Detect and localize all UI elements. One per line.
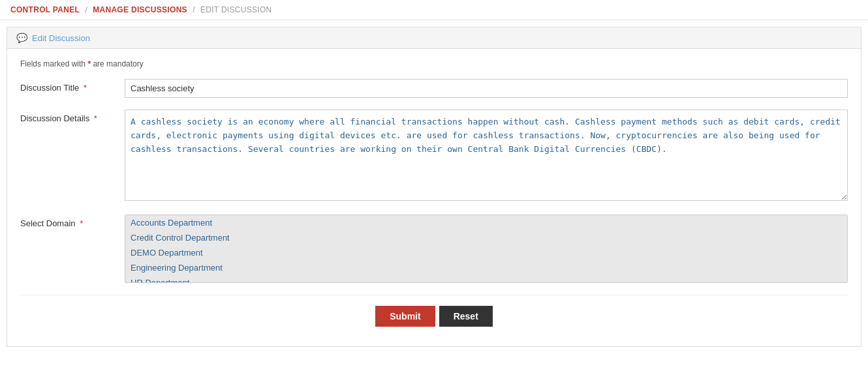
- breadcrumb-manage-discussions[interactable]: MANAGE DISCUSSIONS: [93, 5, 187, 14]
- discussion-title-input[interactable]: [125, 79, 848, 98]
- discussion-details-label: Discussion Details *: [20, 110, 125, 123]
- discussion-title-wrap: [125, 79, 848, 98]
- breadcrumb-current: EDIT DISCUSSION: [200, 5, 272, 14]
- discussion-details-row: Discussion Details *: [20, 110, 848, 203]
- select-domain-row: Select Domain * Accounts DepartmentCredi…: [20, 215, 848, 283]
- button-row: Submit Reset: [20, 295, 848, 333]
- mandatory-note: Fields marked with * are mandatory: [20, 59, 848, 68]
- panel-title: Edit Discussion: [32, 33, 90, 43]
- discussion-title-label: Discussion Title *: [20, 79, 125, 93]
- select-domain-wrap: Accounts DepartmentCredit Control Depart…: [125, 215, 848, 283]
- breadcrumb-bar: CONTROL PANEL / MANAGE DISCUSSIONS / EDI…: [0, 0, 868, 20]
- panel-body: Fields marked with * are mandatory Discu…: [7, 49, 861, 346]
- breadcrumb-sep2: /: [193, 5, 194, 14]
- discussion-details-textarea[interactable]: [125, 110, 848, 201]
- discussion-details-wrap: [125, 110, 848, 203]
- edit-discussion-icon: 💬: [16, 33, 27, 43]
- select-domain-label: Select Domain *: [20, 215, 125, 228]
- breadcrumb-sep1: /: [85, 5, 87, 14]
- submit-button[interactable]: Submit: [375, 306, 435, 327]
- panel-header: 💬 Edit Discussion: [7, 27, 861, 49]
- main-panel: 💬 Edit Discussion Fields marked with * a…: [7, 27, 861, 347]
- discussion-title-row: Discussion Title *: [20, 79, 848, 98]
- domain-select[interactable]: Accounts DepartmentCredit Control Depart…: [125, 215, 848, 283]
- reset-button[interactable]: Reset: [439, 306, 493, 327]
- breadcrumb-control-panel[interactable]: CONTROL PANEL: [10, 5, 80, 14]
